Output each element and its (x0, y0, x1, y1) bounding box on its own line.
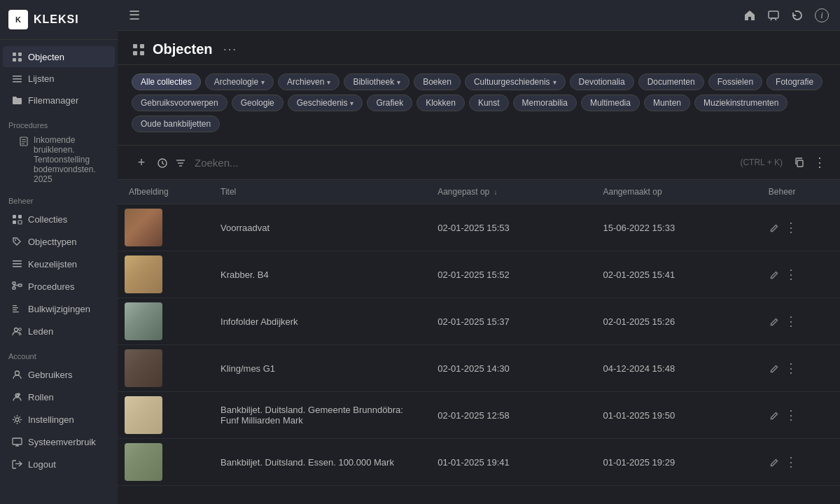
svg-point-15 (15, 239, 16, 241)
filter-geologie[interactable]: Geologie (232, 94, 284, 111)
home-button[interactable] (743, 8, 756, 22)
refresh-button[interactable] (791, 8, 804, 22)
filter-bibliotheek[interactable]: Bibliotheek ▾ (344, 74, 410, 90)
sidebar-item-lijsten[interactable]: Lijsten (3, 68, 115, 89)
svg-rect-12 (18, 215, 22, 218)
add-object-button[interactable]: + (132, 153, 151, 172)
cell-title[interactable]: Bankbiljet. Duitsland. Gemeente Brunndöb… (209, 392, 426, 439)
info-button[interactable]: i (815, 8, 829, 22)
sidebar-item-gebruikers[interactable]: Gebruikers (3, 364, 115, 385)
main-content: ☰ i (118, 0, 840, 504)
filter-muziekinstrumenten[interactable]: Muziekinstrumenten (694, 94, 788, 111)
sidebar-item-bulkwijzigingen[interactable]: Bulkwijzigingen (3, 298, 115, 319)
edit-button[interactable] (769, 315, 779, 328)
menu-toggle-button[interactable]: ☰ (129, 8, 140, 23)
sidebar-item-procedures[interactable]: Procedures (3, 276, 115, 297)
cell-created: 02-01-2025 15:26 (592, 298, 757, 345)
sidebar: K KLEKSI Objecten Lijsten (0, 0, 118, 504)
cell-beheer: ⋮ (757, 204, 840, 251)
svg-rect-6 (13, 81, 22, 83)
filter-gebruiksvoorwerpen[interactable]: Gebruiksvoorwerpen (132, 94, 227, 111)
filter-munten[interactable]: Munten (644, 94, 690, 111)
filter-row-2: Gebruiksvoorwerpen Geologie Geschiedenis… (132, 94, 826, 111)
filter-archieven[interactable]: Archieven ▾ (278, 74, 340, 90)
svg-rect-18 (13, 266, 22, 267)
more-options-button[interactable]: ⋮ (785, 360, 797, 376)
filter-geschiedenis[interactable]: Geschiedenis ▾ (288, 94, 363, 111)
filter-alle-collecties[interactable]: Alle collecties (132, 74, 201, 90)
table-body: Voorraadvat02-01-2025 15:5315-06-2022 15… (118, 204, 840, 486)
objects-table: Afbeelding Titel Aangepast op ↓ Aangemaa… (118, 180, 840, 486)
settings-icon (11, 414, 22, 425)
search-input[interactable] (195, 154, 734, 172)
cell-thumbnail (118, 251, 209, 298)
svg-point-29 (18, 328, 21, 330)
edit-button[interactable] (769, 409, 779, 421)
col-aangepast-op[interactable]: Aangepast op ↓ (426, 180, 592, 204)
sidebar-item-instellingen[interactable]: Instellingen (3, 409, 115, 430)
col-aangemaakt-op[interactable]: Aangemaakt op (592, 180, 757, 204)
object-thumbnail[interactable] (125, 255, 162, 293)
page-options-button[interactable]: ⋯ (223, 41, 237, 57)
chip-arrow: ▾ (261, 78, 265, 86)
sidebar-item-leden[interactable]: Leden (3, 321, 115, 342)
more-options-button[interactable]: ⋮ (785, 220, 797, 235)
sidebar-label-bulkwijzigingen: Bulkwijzigingen (28, 304, 90, 314)
svg-rect-3 (18, 58, 22, 62)
cell-title[interactable]: Bankbiljet. Duitsland. Essen. 100.000 Ma… (209, 439, 426, 486)
svg-rect-38 (133, 44, 137, 48)
table-row: Krabber. B402-01-2025 15:5202-01-2025 15… (118, 251, 840, 298)
beheer-section-label: Beheer (0, 187, 118, 208)
edit-button[interactable] (769, 221, 779, 234)
svg-rect-25 (13, 307, 18, 308)
sidebar-item-rollen[interactable]: Rollen (3, 386, 115, 407)
copy-icon[interactable] (794, 157, 805, 169)
edit-button[interactable] (769, 456, 779, 468)
search-filter-icon[interactable] (175, 156, 186, 169)
filter-devotionalia[interactable]: Devotionalia (570, 74, 634, 90)
edit-button[interactable] (769, 268, 779, 281)
cell-title[interactable]: Kling/mes G1 (209, 345, 426, 392)
cell-title[interactable]: Krabber. B4 (209, 251, 426, 298)
svg-rect-17 (13, 263, 22, 265)
sidebar-sub-inkomende[interactable]: Inkomende bruiklenen. Tentoonstelling bo… (0, 132, 118, 187)
sidebar-item-objecttypen[interactable]: Objecttypen (3, 231, 115, 252)
sidebar-item-keuzelijsten[interactable]: Keuzelijsten (3, 253, 115, 274)
object-thumbnail[interactable] (125, 349, 162, 387)
sidebar-item-logout[interactable]: Logout (3, 454, 115, 475)
more-options-button[interactable]: ⋮ (785, 454, 797, 470)
table-options-button[interactable]: ⋮ (813, 155, 826, 170)
sidebar-item-systeemverbruik[interactable]: Systeemverbruik (3, 431, 115, 452)
cell-title[interactable]: Infofolder Abdijkerk (209, 298, 426, 345)
filter-boeken[interactable]: Boeken (414, 74, 461, 90)
filter-multimedia[interactable]: Multimedia (581, 94, 640, 111)
object-thumbnail[interactable] (125, 302, 162, 340)
search-bar: + (CTRL + K) ⋮ (118, 146, 840, 180)
object-thumbnail[interactable] (125, 209, 162, 246)
more-options-button[interactable]: ⋮ (785, 407, 797, 423)
filter-klokken[interactable]: Klokken (416, 94, 465, 111)
messages-button[interactable] (767, 8, 780, 22)
edit-button[interactable] (769, 362, 779, 374)
monitor-icon (11, 436, 22, 447)
filter-grafiek[interactable]: Grafiek (367, 94, 412, 111)
filter-cultuurgeschiedenis[interactable]: Cultuurgeschiedenis ▾ (465, 74, 566, 90)
sidebar-label-rollen: Rollen (28, 392, 54, 402)
search-history-icon[interactable] (157, 156, 168, 169)
filter-memorabilia[interactable]: Memorabilia (513, 94, 577, 111)
sidebar-item-filemanager[interactable]: Filemanager (3, 90, 115, 111)
filter-fotografie[interactable]: Fotografie (766, 74, 822, 90)
object-thumbnail[interactable] (125, 396, 162, 434)
filter-archeologie[interactable]: Archeologie ▾ (205, 74, 274, 90)
cell-title[interactable]: Voorraadvat (209, 204, 426, 251)
object-thumbnail[interactable] (125, 443, 162, 481)
sidebar-label-instellingen: Instellingen (28, 414, 74, 425)
sidebar-item-objecten[interactable]: Objecten (3, 46, 115, 67)
filter-oude-bankbiljetten[interactable]: Oude bankbiljetten (132, 115, 220, 132)
filter-documenten[interactable]: Documenten (638, 74, 704, 90)
more-options-button[interactable]: ⋮ (785, 267, 797, 282)
filter-fossielen[interactable]: Fossielen (708, 74, 762, 90)
more-options-button[interactable]: ⋮ (785, 314, 797, 329)
sidebar-item-collecties[interactable]: Collecties (3, 209, 115, 230)
filter-kunst[interactable]: Kunst (469, 94, 509, 111)
